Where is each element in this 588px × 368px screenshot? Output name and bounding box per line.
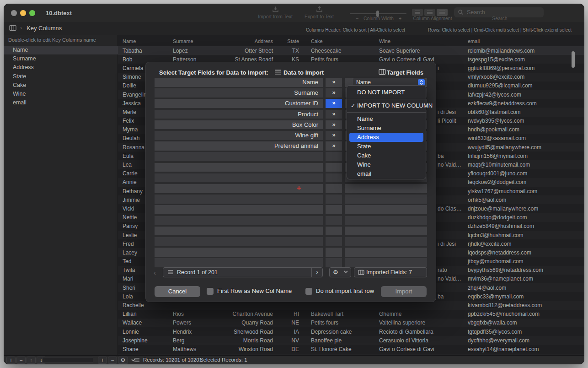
column-header-state[interactable]: State	[276, 38, 305, 46]
do-not-import-first-row-checkbox[interactable]	[305, 288, 312, 295]
table-row[interactable]: LonnieHendrixSherwood RoadIADepression c…	[118, 327, 584, 336]
sidebar-item-email[interactable]: email	[4, 98, 118, 107]
cell-email: dnjzoue@mailanywhere.com	[463, 206, 584, 212]
add-record-button[interactable]: +	[98, 357, 107, 364]
target-field-slot	[345, 216, 427, 225]
cell-email: orhk5@aol.com	[463, 197, 584, 203]
table-row[interactable]: TabathaLopezOtter StreetTXCheesecakeSoav…	[118, 46, 584, 55]
map-field-button[interactable]: »	[326, 78, 342, 87]
map-field-button[interactable]	[326, 248, 342, 257]
menu-item-cake[interactable]: Cake	[347, 151, 426, 160]
table-header-row[interactable]: NameSurnameAddressStateCakeWineemail	[118, 38, 584, 46]
search-toolbar-label: Search	[484, 16, 516, 21]
target-field-slot	[345, 205, 427, 214]
close-window-button[interactable]	[11, 10, 17, 16]
import-field-row-empty	[155, 237, 323, 246]
sidebar-item-cake[interactable]: Cake	[4, 81, 118, 90]
sidebar-item-wine[interactable]: Wine	[4, 90, 118, 98]
map-field-button[interactable]	[326, 184, 342, 193]
cell-email: obtk60@fastmail.com	[463, 109, 584, 115]
map-field-button[interactable]	[326, 152, 342, 161]
column-width-minus[interactable]: −	[356, 16, 358, 21]
target-field-slot	[345, 258, 427, 267]
sidebar-item-name[interactable]: Name	[4, 46, 118, 54]
remove-record-button[interactable]: −	[108, 357, 117, 364]
map-field-button[interactable]	[326, 216, 342, 225]
first-row-as-col-name-checkbox[interactable]	[207, 288, 214, 295]
statusbar-field[interactable]	[42, 357, 93, 363]
column-header-name[interactable]: Name	[118, 38, 172, 46]
check-icon: ✓	[351, 101, 355, 110]
map-field-button[interactable]	[326, 258, 342, 267]
menu-item-name[interactable]: Name	[347, 114, 426, 124]
minimize-window-button[interactable]	[20, 10, 26, 16]
map-field-button[interactable]: »	[326, 141, 342, 151]
cell-surname: Berg	[172, 337, 221, 344]
import-button[interactable]: Import	[381, 286, 427, 297]
target-field-slot	[345, 248, 427, 257]
column-header-email[interactable]: email	[463, 38, 584, 46]
add-key-column-button[interactable]: +	[6, 357, 16, 364]
table-row[interactable]: WallacePowersQuarry RoadNEPetits foursVa…	[118, 319, 584, 327]
chevron-down-icon	[344, 271, 348, 273]
breadcrumb[interactable]: Key Columns	[27, 25, 62, 32]
sidebar-item-state[interactable]: State	[4, 72, 118, 81]
cell-state: RI	[276, 311, 305, 317]
map-field-button[interactable]	[326, 227, 342, 236]
map-field-button[interactable]: »	[326, 131, 342, 140]
cell-name: Rachelle	[118, 302, 172, 308]
export-to-text-button[interactable]: Export to Text	[299, 5, 340, 19]
table-row[interactable]: Rachellektvambc812@netaddress.com	[118, 301, 584, 309]
map-field-button[interactable]: »	[326, 120, 342, 130]
map-field-button[interactable]	[326, 205, 342, 214]
cell-state: IA	[276, 329, 305, 335]
map-field-button[interactable]: »	[326, 88, 342, 97]
sidebar-item-address[interactable]: Address	[4, 63, 118, 72]
column-header-cake[interactable]: Cake	[305, 38, 375, 46]
menu-item-import-to-new-column[interactable]: ✓IMPORT TO NEW COLUMN	[347, 101, 426, 110]
cell-email: rclcmib@mailandnews.com	[463, 48, 584, 54]
column-width-plus[interactable]: +	[399, 16, 401, 21]
map-field-button[interactable]	[326, 163, 342, 172]
previous-record-button[interactable]: ‹	[154, 269, 156, 276]
column-alignment-label: Column Alignment	[403, 16, 462, 21]
table-row[interactable]: ShaneMatthewsWinston RoadDESt. Honoré Ca…	[118, 345, 584, 353]
menu-separator	[347, 112, 426, 113]
column-header-wine[interactable]: Wine	[375, 38, 463, 46]
statusbar-gear-button[interactable]: ⚙	[118, 357, 128, 364]
pointer-cursor	[297, 186, 301, 190]
table-row[interactable]: LillianRiosCharlton AvenueRIBakewell Tar…	[118, 310, 584, 319]
menu-item-do-not-import[interactable]: DO NOT IMPORT	[347, 88, 426, 97]
remove-key-column-button[interactable]: −	[16, 357, 26, 364]
align-center-button[interactable]	[424, 9, 435, 16]
menu-item-state[interactable]: State	[347, 142, 426, 151]
import-field-row: Box Color	[155, 120, 323, 130]
move-up-button[interactable]: ↑	[27, 357, 36, 364]
menu-item-surname[interactable]: Surname	[347, 124, 426, 133]
cell-email: ktvambc812@netaddress.com	[463, 302, 584, 308]
column-header-surname[interactable]: Surname	[172, 38, 221, 46]
vertical-scrollbar-thumb[interactable]	[572, 51, 575, 68]
map-field-button[interactable]	[326, 173, 342, 183]
import-from-text-button[interactable]: Import from Text	[253, 5, 297, 19]
sidebar-item-surname[interactable]: Surname	[4, 54, 118, 63]
map-field-button[interactable]: »	[326, 99, 342, 108]
zoom-window-button[interactable]	[29, 10, 35, 16]
table-row[interactable]: JosephineBergMorris RoadNVBanoffee pieCe…	[118, 336, 584, 345]
import-options-button[interactable]: ⚙	[329, 267, 351, 277]
map-field-button[interactable]	[326, 237, 342, 246]
menu-item-address[interactable]: Address	[349, 133, 423, 142]
cell-cake: Banoffee pie	[305, 337, 375, 344]
column-header-address[interactable]: Address	[221, 38, 276, 46]
cell-email: wvujydil5@mailanywhere.com	[463, 144, 584, 151]
menu-item-email[interactable]: email	[347, 169, 426, 179]
data-to-import-list-icon	[274, 69, 281, 75]
map-field-button[interactable]: »	[326, 110, 342, 119]
align-left-button[interactable]	[412, 9, 423, 16]
next-record-button[interactable]: ›	[311, 268, 322, 277]
menu-item-wine[interactable]: Wine	[347, 160, 426, 169]
import-field-row: Wine gift	[155, 131, 323, 140]
align-right-button[interactable]	[437, 9, 448, 16]
map-field-button[interactable]	[326, 195, 342, 204]
cancel-button[interactable]: Cancel	[155, 286, 200, 297]
